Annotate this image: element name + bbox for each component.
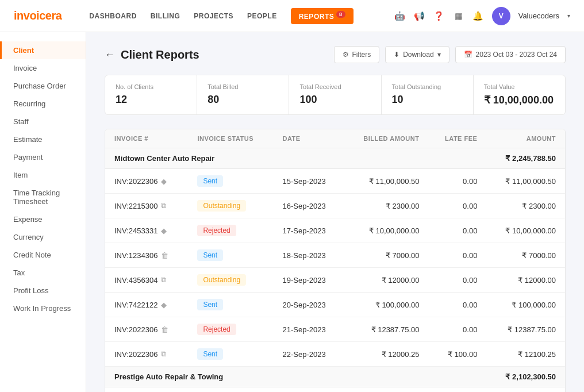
sidebar-item-tax[interactable]: Tax	[0, 264, 86, 282]
sidebar-item-staff[interactable]: Staff	[0, 113, 86, 130]
invoice-icon[interactable]: ⧉	[161, 275, 166, 285]
user-name[interactable]: Valuecoders	[518, 11, 559, 20]
avatar[interactable]: V	[492, 7, 510, 25]
sidebar-item-currency[interactable]: Currency	[0, 228, 86, 246]
invoice-date: 15-Sep-2023	[274, 387, 344, 393]
table-row[interactable]: INV:2022306 ◆ Sent 15-Sep-2023 ₹ 11,00,0…	[105, 169, 565, 194]
back-button[interactable]: ←	[105, 49, 115, 61]
status-badge: Outstanding	[197, 274, 246, 286]
sidebar-item-purchase-order[interactable]: Purchase Order	[0, 77, 86, 95]
nav-billing[interactable]: BILLING	[151, 12, 180, 20]
invoice-number: INV:2022306 ◆	[105, 169, 188, 194]
invoice-icon[interactable]: ⧉	[161, 349, 166, 359]
filters-button[interactable]: ⚙ Filters	[334, 46, 380, 63]
sidebar-item-invoice[interactable]: Invoice	[0, 59, 86, 77]
invoice-number: INV:2022306 ⧉	[105, 342, 188, 367]
col-late-fee: LATE FEE	[428, 129, 486, 148]
table-row[interactable]: INV:2022306 ◆ Sent 15-Sep-2023 ₹ 11,00,0…	[105, 387, 565, 393]
sidebar-item-credit-note[interactable]: Credit Note	[0, 246, 86, 264]
nav-reports[interactable]: REPORTS 8	[291, 8, 354, 24]
invoice-icon[interactable]: ◆	[161, 177, 167, 186]
summary-card-total-value: Total Value ₹ 10,00,000.00	[474, 75, 565, 114]
invoice-icon[interactable]: 🗑	[161, 251, 168, 260]
nav-right: 🤖 📢 ❓ ▦ 🔔 V Valuecoders ▾	[394, 7, 570, 25]
late-fee: 0.00	[428, 317, 486, 342]
nav-people[interactable]: PEOPLE	[247, 12, 277, 20]
amount: ₹ 12000.00	[486, 268, 565, 293]
billed-amount: ₹ 12387.75.00	[344, 317, 429, 342]
help-icon[interactable]: ❓	[433, 10, 445, 22]
billed-amount: ₹ 10,00,000.00	[344, 218, 429, 243]
invoice-date: 21-Sep-2023	[274, 317, 344, 342]
download-icon: ⬇	[394, 51, 399, 59]
invoice-icon[interactable]: ◆	[161, 301, 167, 309]
table-row[interactable]: INV:7422122 ◆ Sent 20-Sep-2023 ₹ 100,000…	[105, 293, 565, 317]
main-content: ← Client Reports ⚙ Filters ⬇ Download ▾ …	[86, 32, 584, 392]
table-row[interactable]: INV:2453331 ◆ Rejected 17-Sep-2023 ₹ 10,…	[105, 218, 565, 243]
table-row[interactable]: INV:2215300 ⧉ Outstanding 16-Sep-2023 ₹ …	[105, 194, 565, 218]
col-billed: BILLED AMOUNT	[344, 129, 429, 148]
invoice-status: Sent	[188, 293, 273, 317]
sidebar-item-recurring[interactable]: Recurring	[0, 95, 86, 113]
summary-card-outstanding: Total Outstanding 10	[382, 75, 474, 114]
billed-amount: ₹ 11,00,000.50	[344, 387, 429, 393]
late-fee: 0.00	[428, 268, 486, 293]
invoice-number: INV:2453331 ◆	[105, 218, 188, 243]
invoice-number: INV:7422122 ◆	[105, 293, 188, 317]
filter-icon: ⚙	[343, 51, 349, 59]
sidebar-item-expense[interactable]: Expense	[0, 210, 86, 228]
invoice-id: INV:2022306	[114, 350, 157, 359]
summary-label-outstanding: Total Outstanding	[392, 83, 463, 90]
bell-icon[interactable]: 🔔	[472, 10, 484, 22]
sidebar-item-client[interactable]: Client	[0, 41, 86, 59]
sidebar-item-payment[interactable]: Payment	[0, 148, 86, 166]
invoice-status: Sent	[188, 243, 273, 268]
invoice-number: INV:4356304 ⧉	[105, 268, 188, 293]
amount: ₹ 7000.00	[486, 243, 565, 268]
grid-icon[interactable]: ▦	[453, 10, 464, 22]
table-row[interactable]: INV:1234306 🗑 Sent 18-Sep-2023 ₹ 7000.00…	[105, 243, 565, 268]
invoice-date: 20-Sep-2023	[274, 293, 344, 317]
download-button[interactable]: ⬇ Download ▾	[385, 46, 449, 63]
summary-card-clients: No. of Clients 12	[105, 75, 197, 114]
billed-amount: ₹ 7000.00	[344, 243, 429, 268]
app-logo[interactable]: invoicera	[14, 9, 62, 22]
android-icon[interactable]: 🤖	[394, 10, 406, 22]
summary-cards: No. of Clients 12 Total Billed 80 Total …	[105, 75, 566, 115]
group-header-row: Prestige Auto Repair & Towing ₹ 2,102,30…	[105, 367, 565, 387]
invoice-status: Sent	[188, 169, 273, 194]
nav-dashboard[interactable]: DASHBOARD	[89, 12, 137, 20]
status-badge: Rejected	[197, 225, 236, 236]
summary-label-billed: Total Billed	[208, 83, 278, 90]
invoice-date: 22-Sep-2023	[274, 342, 344, 367]
summary-value-billed: 80	[208, 94, 278, 106]
chevron-down-icon[interactable]: ▾	[567, 13, 570, 19]
invoice-icon[interactable]: ◆	[161, 226, 167, 235]
status-badge: Sent	[197, 348, 223, 360]
nav-projects[interactable]: PROJECTS	[194, 12, 233, 20]
megaphone-icon[interactable]: 📢	[414, 10, 425, 22]
invoice-number: INV:2022306 🗑	[105, 317, 188, 342]
group-total: ₹ 2,245,788.50	[486, 148, 565, 169]
invoice-status: Sent	[188, 342, 273, 367]
table-row[interactable]: INV:2022306 ⧉ Sent 22-Sep-2023 ₹ 12000.2…	[105, 342, 565, 367]
invoice-icon[interactable]: 🗑	[161, 325, 168, 334]
date-range-button[interactable]: 📅 2023 Oct 03 - 2023 Oct 24	[455, 46, 566, 63]
sidebar-item-work-in-progress[interactable]: Work In Progress	[0, 299, 86, 317]
group-header-row: Midtown Center Auto Repair ₹ 2,245,788.5…	[105, 148, 565, 169]
table-row[interactable]: INV:2022306 🗑 Rejected 21-Sep-2023 ₹ 123…	[105, 317, 565, 342]
invoice-icon[interactable]: ⧉	[161, 201, 166, 210]
invoice-date: 16-Sep-2023	[274, 194, 344, 218]
sidebar-item-estimate[interactable]: Estimate	[0, 130, 86, 148]
status-badge: Sent	[197, 175, 223, 187]
status-badge: Outstanding	[197, 200, 246, 212]
invoice-date: 19-Sep-2023	[274, 268, 344, 293]
sidebar-item-profit-loss[interactable]: Profit Loss	[0, 282, 86, 299]
invoice-status: Outstanding	[188, 268, 273, 293]
sidebar-item-item[interactable]: Item	[0, 166, 86, 184]
invoice-status: Rejected	[188, 218, 273, 243]
table-row[interactable]: INV:4356304 ⧉ Outstanding 19-Sep-2023 ₹ …	[105, 268, 565, 293]
late-fee: 0.00	[428, 243, 486, 268]
sidebar-item-time-tracking[interactable]: Time Tracking Timesheet	[0, 184, 86, 210]
summary-value-received: 100	[299, 94, 370, 106]
